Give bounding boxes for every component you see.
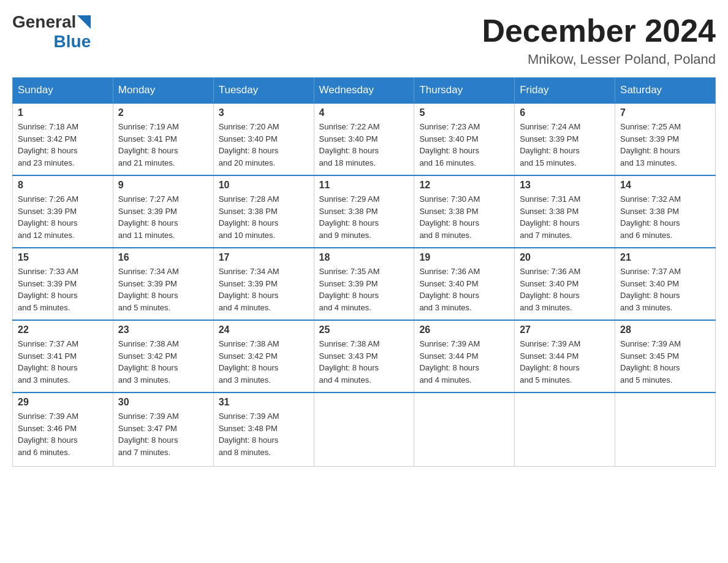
day-info: Sunrise: 7:39 AM Sunset: 3:44 PM Dayligh… [520,338,610,386]
day-number: 4 [319,107,409,118]
day-info: Sunrise: 7:19 AM Sunset: 3:41 PM Dayligh… [118,121,208,169]
day-number: 8 [18,180,108,191]
day-info: Sunrise: 7:38 AM Sunset: 3:43 PM Dayligh… [319,338,409,386]
table-row: 26 Sunrise: 7:39 AM Sunset: 3:44 PM Dayl… [414,320,515,393]
table-row: 27 Sunrise: 7:39 AM Sunset: 3:44 PM Dayl… [515,320,615,393]
day-number: 29 [18,397,108,408]
col-tuesday: Tuesday [213,78,314,104]
day-number: 21 [620,252,710,263]
col-saturday: Saturday [615,78,716,104]
day-info: Sunrise: 7:22 AM Sunset: 3:40 PM Dayligh… [319,121,409,169]
day-number: 12 [419,180,509,191]
col-monday: Monday [113,78,213,104]
day-number: 26 [419,324,509,335]
calendar-subtitle: Mnikow, Lesser Poland, Poland [482,52,716,67]
day-number: 25 [319,324,409,335]
day-number: 9 [118,180,208,191]
table-row: 25 Sunrise: 7:38 AM Sunset: 3:43 PM Dayl… [314,320,414,393]
day-info: Sunrise: 7:37 AM Sunset: 3:41 PM Dayligh… [18,338,108,386]
day-info: Sunrise: 7:27 AM Sunset: 3:39 PM Dayligh… [118,193,208,241]
table-row: 30 Sunrise: 7:39 AM Sunset: 3:47 PM Dayl… [113,393,213,466]
col-friday: Friday [515,78,615,104]
day-info: Sunrise: 7:20 AM Sunset: 3:40 PM Dayligh… [219,121,309,169]
day-number: 22 [18,324,108,335]
day-info: Sunrise: 7:36 AM Sunset: 3:40 PM Dayligh… [520,266,610,313]
table-row: 24 Sunrise: 7:38 AM Sunset: 3:42 PM Dayl… [213,320,314,393]
table-row: 28 Sunrise: 7:39 AM Sunset: 3:45 PM Dayl… [615,320,716,393]
day-info: Sunrise: 7:35 AM Sunset: 3:39 PM Dayligh… [319,266,409,313]
day-number: 24 [219,324,309,335]
table-row: 20 Sunrise: 7:36 AM Sunset: 3:40 PM Dayl… [515,248,615,320]
table-row: 13 Sunrise: 7:31 AM Sunset: 3:38 PM Dayl… [515,175,615,248]
day-number: 31 [219,397,309,408]
table-row: 31 Sunrise: 7:39 AM Sunset: 3:48 PM Dayl… [213,393,314,466]
day-info: Sunrise: 7:37 AM Sunset: 3:40 PM Dayligh… [620,266,710,313]
table-row: 29 Sunrise: 7:39 AM Sunset: 3:46 PM Dayl… [13,393,113,466]
day-number: 1 [18,107,108,118]
day-info: Sunrise: 7:18 AM Sunset: 3:42 PM Dayligh… [18,121,108,169]
table-row: 9 Sunrise: 7:27 AM Sunset: 3:39 PM Dayli… [113,175,213,248]
table-row [615,393,716,466]
day-info: Sunrise: 7:39 AM Sunset: 3:48 PM Dayligh… [219,410,309,458]
day-info: Sunrise: 7:33 AM Sunset: 3:39 PM Dayligh… [18,266,108,313]
day-info: Sunrise: 7:34 AM Sunset: 3:39 PM Dayligh… [219,266,309,313]
day-info: Sunrise: 7:38 AM Sunset: 3:42 PM Dayligh… [219,338,309,386]
day-number: 7 [620,107,710,118]
day-info: Sunrise: 7:31 AM Sunset: 3:38 PM Dayligh… [520,193,610,241]
day-number: 11 [319,180,409,191]
day-info: Sunrise: 7:32 AM Sunset: 3:38 PM Dayligh… [620,193,710,241]
day-info: Sunrise: 7:24 AM Sunset: 3:39 PM Dayligh… [520,121,610,169]
table-row [515,393,615,466]
table-row: 12 Sunrise: 7:30 AM Sunset: 3:38 PM Dayl… [414,175,515,248]
table-row: 2 Sunrise: 7:19 AM Sunset: 3:41 PM Dayli… [113,103,213,175]
day-info: Sunrise: 7:34 AM Sunset: 3:39 PM Dayligh… [118,266,208,313]
day-info: Sunrise: 7:30 AM Sunset: 3:38 PM Dayligh… [419,193,509,241]
day-number: 30 [118,397,208,408]
day-info: Sunrise: 7:39 AM Sunset: 3:46 PM Dayligh… [18,410,108,458]
day-number: 27 [520,324,610,335]
table-row: 6 Sunrise: 7:24 AM Sunset: 3:39 PM Dayli… [515,103,615,175]
table-row: 21 Sunrise: 7:37 AM Sunset: 3:40 PM Dayl… [615,248,716,320]
header-row: Sunday Monday Tuesday Wednesday Thursday… [13,78,716,104]
day-number: 14 [620,180,710,191]
logo-blue-text: Blue [54,32,91,52]
day-number: 23 [118,324,208,335]
day-number: 16 [118,252,208,263]
day-number: 28 [620,324,710,335]
day-info: Sunrise: 7:29 AM Sunset: 3:38 PM Dayligh… [319,193,409,241]
table-row: 4 Sunrise: 7:22 AM Sunset: 3:40 PM Dayli… [314,103,414,175]
day-number: 10 [219,180,309,191]
day-number: 17 [219,252,309,263]
day-number: 18 [319,252,409,263]
page-header: General Blue December 2024 Mnikow, Lesse… [12,12,716,67]
table-row: 14 Sunrise: 7:32 AM Sunset: 3:38 PM Dayl… [615,175,716,248]
day-info: Sunrise: 7:25 AM Sunset: 3:39 PM Dayligh… [620,121,710,169]
table-row: 22 Sunrise: 7:37 AM Sunset: 3:41 PM Dayl… [13,320,113,393]
table-row [314,393,414,466]
table-row: 1 Sunrise: 7:18 AM Sunset: 3:42 PM Dayli… [13,103,113,175]
table-row: 17 Sunrise: 7:34 AM Sunset: 3:39 PM Dayl… [213,248,314,320]
col-sunday: Sunday [13,78,113,104]
day-number: 19 [419,252,509,263]
day-info: Sunrise: 7:39 AM Sunset: 3:47 PM Dayligh… [118,410,208,458]
table-row: 15 Sunrise: 7:33 AM Sunset: 3:39 PM Dayl… [13,248,113,320]
logo-triangle-icon [77,15,91,29]
table-row: 5 Sunrise: 7:23 AM Sunset: 3:40 PM Dayli… [414,103,515,175]
day-info: Sunrise: 7:28 AM Sunset: 3:38 PM Dayligh… [219,193,309,241]
table-row: 16 Sunrise: 7:34 AM Sunset: 3:39 PM Dayl… [113,248,213,320]
calendar-table: Sunday Monday Tuesday Wednesday Thursday… [12,77,716,467]
day-info: Sunrise: 7:38 AM Sunset: 3:42 PM Dayligh… [118,338,208,386]
day-info: Sunrise: 7:23 AM Sunset: 3:40 PM Dayligh… [419,121,509,169]
table-row: 11 Sunrise: 7:29 AM Sunset: 3:38 PM Dayl… [314,175,414,248]
day-number: 13 [520,180,610,191]
day-info: Sunrise: 7:26 AM Sunset: 3:39 PM Dayligh… [18,193,108,241]
day-info: Sunrise: 7:39 AM Sunset: 3:45 PM Dayligh… [620,338,710,386]
title-area: December 2024 Mnikow, Lesser Poland, Pol… [482,12,716,67]
day-number: 15 [18,252,108,263]
table-row: 3 Sunrise: 7:20 AM Sunset: 3:40 PM Dayli… [213,103,314,175]
day-number: 5 [419,107,509,118]
day-number: 2 [118,107,208,118]
col-wednesday: Wednesday [314,78,414,104]
col-thursday: Thursday [414,78,515,104]
svg-marker-0 [77,15,91,29]
